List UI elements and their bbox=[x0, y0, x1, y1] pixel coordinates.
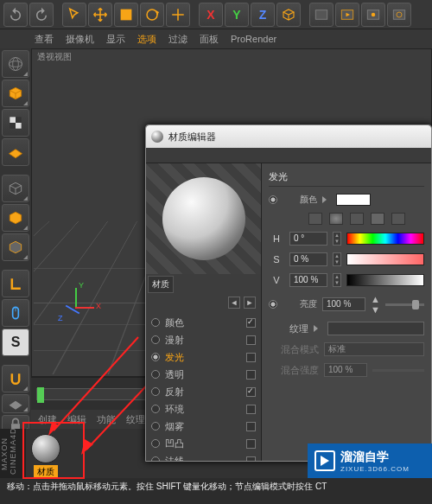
menu-prorender[interactable]: ProRender bbox=[231, 34, 276, 44]
y-axis-toggle[interactable]: Y bbox=[225, 3, 249, 27]
channel-checkbox[interactable] bbox=[246, 456, 256, 462]
channel-漫射[interactable]: 漫射 bbox=[151, 331, 256, 348]
prev-material-button[interactable]: ◄ bbox=[228, 297, 240, 309]
lastused-tool[interactable] bbox=[166, 3, 190, 27]
s-value[interactable]: 0 % bbox=[289, 252, 327, 266]
blend-strength-value[interactable]: 100 % bbox=[324, 363, 367, 377]
channel-radio[interactable] bbox=[151, 439, 160, 448]
menu-display[interactable]: 显示 bbox=[106, 33, 125, 46]
channel-radio[interactable] bbox=[151, 318, 160, 327]
channel-checkbox[interactable] bbox=[246, 439, 256, 449]
h-value[interactable]: 0 ° bbox=[289, 232, 327, 246]
render-queue-button[interactable] bbox=[387, 3, 411, 27]
channel-radio[interactable] bbox=[151, 405, 160, 413]
h-spinner[interactable]: ▲▼ bbox=[333, 232, 341, 246]
colormode-icon-3[interactable] bbox=[350, 213, 364, 225]
channel-透明[interactable]: 透明 bbox=[151, 366, 256, 383]
v-spinner[interactable]: ▲▼ bbox=[333, 273, 341, 287]
texture-field[interactable] bbox=[327, 322, 424, 335]
channel-checkbox[interactable] bbox=[246, 335, 256, 345]
v-slider[interactable] bbox=[346, 274, 424, 286]
channel-颜色[interactable]: 颜色 bbox=[151, 314, 256, 331]
s-slider[interactable] bbox=[346, 253, 424, 265]
z-axis-toggle[interactable]: Z bbox=[251, 3, 275, 27]
texture-expand-icon[interactable] bbox=[314, 324, 322, 333]
s-tool[interactable]: S bbox=[2, 329, 29, 356]
next-material-button[interactable]: ► bbox=[244, 297, 256, 309]
menu-filter[interactable]: 过滤 bbox=[168, 33, 187, 46]
workplane-tool[interactable] bbox=[2, 394, 29, 413]
mat-menu-function[interactable]: 功能 bbox=[97, 413, 116, 426]
render-settings-button[interactable] bbox=[335, 3, 359, 27]
channel-checkbox[interactable] bbox=[246, 318, 256, 328]
mat-menu-texture[interactable]: 纹理 bbox=[126, 413, 145, 426]
checker-tool[interactable] bbox=[2, 109, 29, 137]
move-tool[interactable] bbox=[88, 3, 112, 27]
material-editor-menubar[interactable] bbox=[146, 148, 431, 163]
channel-checkbox[interactable] bbox=[246, 405, 256, 414]
menu-options[interactable]: 选项 bbox=[137, 33, 156, 46]
material-label[interactable]: 材质 bbox=[34, 465, 58, 479]
x-axis-toggle[interactable]: X bbox=[199, 3, 223, 27]
mat-menu-edit[interactable]: 编辑 bbox=[67, 413, 86, 426]
material-editor-titlebar[interactable]: 材质编辑器 bbox=[146, 125, 431, 148]
color-expand-icon[interactable] bbox=[322, 195, 331, 204]
color-radio[interactable] bbox=[269, 195, 277, 204]
channel-radio[interactable] bbox=[151, 370, 160, 379]
channel-checkbox[interactable] bbox=[246, 422, 256, 431]
cube-tool[interactable] bbox=[2, 80, 29, 107]
color-swatch[interactable] bbox=[336, 194, 371, 206]
channel-凹凸[interactable]: 凹凸 bbox=[151, 435, 256, 452]
scale-tool[interactable] bbox=[114, 3, 138, 27]
menu-view[interactable]: 查看 bbox=[35, 33, 54, 46]
channel-checkbox[interactable] bbox=[246, 387, 256, 397]
channel-radio[interactable] bbox=[151, 353, 160, 361]
redo-button[interactable] bbox=[29, 3, 54, 27]
colormode-icon-4[interactable] bbox=[371, 213, 384, 225]
blend-mode-value[interactable]: 标准 bbox=[324, 342, 424, 356]
brightness-slider[interactable] bbox=[385, 303, 424, 306]
cube-solid-tool[interactable] bbox=[2, 204, 29, 232]
colormode-icon-1[interactable] bbox=[308, 213, 322, 225]
l-shape-tool[interactable] bbox=[2, 270, 29, 297]
channel-radio[interactable] bbox=[151, 456, 160, 461]
select-tool[interactable] bbox=[62, 3, 86, 27]
plane-tool[interactable] bbox=[2, 138, 29, 166]
colormode-icon-2[interactable] bbox=[329, 213, 343, 225]
magnet-tool[interactable] bbox=[2, 365, 29, 392]
channel-法线[interactable]: 法线 bbox=[151, 452, 256, 461]
channel-radio[interactable] bbox=[151, 387, 160, 396]
rotate-tool[interactable] bbox=[140, 3, 164, 27]
render-view-button[interactable] bbox=[309, 3, 334, 27]
material-editor-window[interactable]: 材质编辑器 材质 ◄ ► 颜色漫射发光透明反射环境烟雾凹凸法线Alpha 发光 … bbox=[145, 124, 432, 462]
mouse-tool[interactable] bbox=[2, 299, 29, 327]
colormode-icon-5[interactable] bbox=[391, 213, 405, 225]
brightness-value[interactable]: 100 % bbox=[322, 297, 365, 311]
channel-radio[interactable] bbox=[151, 422, 160, 431]
s-spinner[interactable]: ▲▼ bbox=[333, 252, 341, 266]
menu-camera[interactable]: 摄像机 bbox=[66, 33, 94, 46]
channel-radio[interactable] bbox=[151, 335, 160, 344]
channel-发光[interactable]: 发光 bbox=[151, 348, 256, 366]
h-slider[interactable] bbox=[346, 233, 424, 245]
channel-环境[interactable]: 环境 bbox=[151, 400, 256, 418]
render-pv-button[interactable] bbox=[361, 3, 385, 27]
channel-烟雾[interactable]: 烟雾 bbox=[151, 418, 256, 435]
v-value[interactable]: 100 % bbox=[289, 273, 327, 287]
channel-反射[interactable]: 反射 bbox=[151, 383, 256, 400]
cube-edge-tool[interactable] bbox=[2, 233, 29, 261]
channel-checkbox[interactable] bbox=[246, 353, 256, 362]
material-name-field[interactable]: 材质 bbox=[148, 276, 174, 293]
cube-wire-tool[interactable] bbox=[2, 175, 29, 202]
globe-tool[interactable] bbox=[2, 50, 29, 78]
brightness-radio[interactable] bbox=[269, 300, 277, 309]
brightness-spinner[interactable]: ▲▼ bbox=[371, 294, 380, 315]
menu-panel[interactable]: 面板 bbox=[200, 33, 219, 46]
main-toolbar: X Y Z bbox=[0, 0, 432, 29]
channel-checkbox[interactable] bbox=[246, 370, 256, 380]
material-item[interactable]: 材质 bbox=[31, 434, 60, 479]
material-preview[interactable] bbox=[146, 163, 261, 274]
undo-button[interactable] bbox=[3, 3, 28, 27]
mat-menu-create[interactable]: 创建 bbox=[38, 413, 57, 426]
coord-system-button[interactable] bbox=[276, 3, 301, 27]
